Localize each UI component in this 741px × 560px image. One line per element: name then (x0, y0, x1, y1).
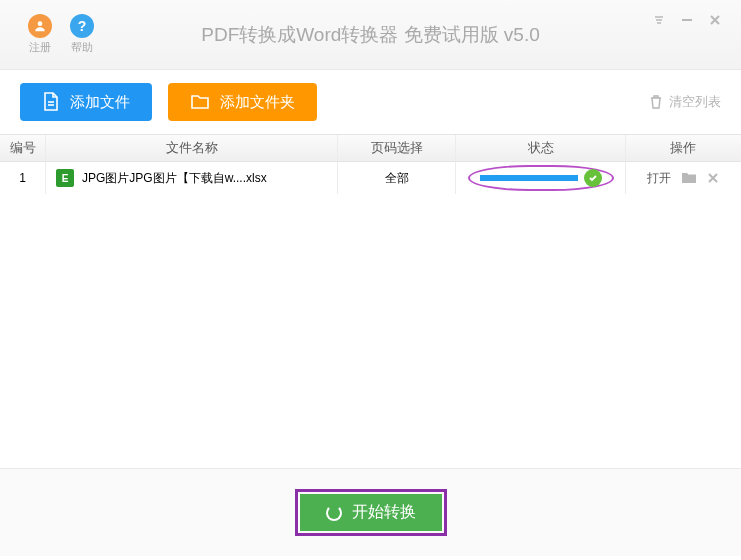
table-row[interactable]: 1 E JPG图片JPG图片【下载自w....xlsx 全部 打开 (0, 162, 741, 194)
col-header-pages: 页码选择 (338, 135, 456, 161)
clear-list-label: 清空列表 (669, 93, 721, 111)
table-body: 1 E JPG图片JPG图片【下载自w....xlsx 全部 打开 (0, 162, 741, 468)
col-header-status: 状态 (456, 135, 626, 161)
table-header: 编号 文件名称 页码选择 状态 操作 (0, 134, 741, 162)
file-icon (42, 92, 60, 112)
progress-bar (480, 175, 578, 181)
register-button[interactable]: 注册 (28, 14, 52, 55)
start-convert-label: 开始转换 (352, 502, 416, 523)
help-button[interactable]: ? 帮助 (70, 14, 94, 55)
cell-ops: 打开 (626, 162, 739, 194)
success-check-icon (584, 169, 602, 187)
add-folder-label: 添加文件夹 (220, 93, 295, 112)
filename-text: JPG图片JPG图片【下载自w....xlsx (82, 170, 267, 187)
col-header-ops: 操作 (626, 135, 739, 161)
add-file-button[interactable]: 添加文件 (20, 83, 152, 121)
close-icon[interactable] (709, 14, 721, 26)
dropdown-icon[interactable] (653, 14, 665, 26)
question-icon: ? (70, 14, 94, 38)
col-header-name: 文件名称 (46, 135, 338, 161)
progress-indicator (480, 169, 602, 187)
col-header-num: 编号 (0, 135, 46, 161)
header-left-tools: 注册 ? 帮助 (0, 14, 94, 55)
excel-file-icon: E (56, 169, 74, 187)
open-file-link[interactable]: 打开 (647, 170, 671, 187)
register-label: 注册 (29, 40, 51, 55)
folder-icon (190, 93, 210, 111)
window-controls (653, 14, 721, 26)
user-icon (28, 14, 52, 38)
svg-point-0 (38, 21, 43, 26)
app-title: PDF转换成Word转换器 免费试用版 v5.0 (201, 22, 540, 48)
cell-pages[interactable]: 全部 (338, 162, 456, 194)
help-label: 帮助 (71, 40, 93, 55)
minimize-icon[interactable] (681, 14, 693, 26)
start-button-highlight: 开始转换 (295, 489, 447, 536)
cell-status (456, 162, 626, 194)
cell-num: 1 (0, 162, 46, 194)
clear-list-button[interactable]: 清空列表 (649, 93, 721, 111)
refresh-icon (326, 505, 342, 521)
cell-filename: E JPG图片JPG图片【下载自w....xlsx (46, 162, 338, 194)
title-bar: 注册 ? 帮助 PDF转换成Word转换器 免费试用版 v5.0 (0, 0, 741, 70)
add-file-label: 添加文件 (70, 93, 130, 112)
remove-row-icon[interactable] (707, 172, 719, 184)
start-convert-button[interactable]: 开始转换 (300, 494, 442, 531)
status-highlight-ring (468, 165, 614, 191)
trash-icon (649, 94, 663, 110)
add-folder-button[interactable]: 添加文件夹 (168, 83, 317, 121)
open-folder-icon[interactable] (681, 171, 697, 185)
toolbar: 添加文件 添加文件夹 清空列表 (0, 70, 741, 134)
bottom-bar: 开始转换 (0, 468, 741, 556)
